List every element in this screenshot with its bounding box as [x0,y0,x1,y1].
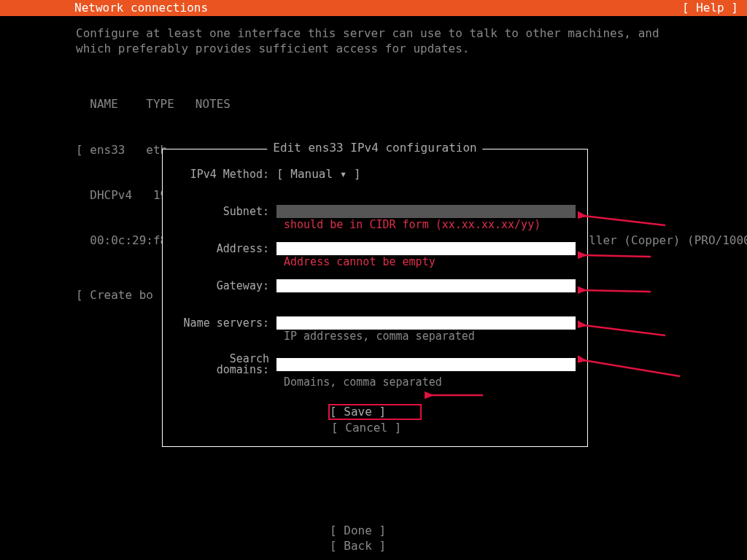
subnet-label: Subnet: [174,206,276,217]
address-hint: Address cannot be empty [284,257,576,268]
nameservers-input[interactable] [276,316,576,330]
arrow-searchdomains [578,354,687,384]
cancel-button[interactable]: [ Cancel ] [331,421,419,435]
svg-line-4 [584,360,680,376]
subnet-input[interactable] [276,205,576,218]
searchdomains-hint: Domains, comma separated [284,377,576,388]
edit-ipv4-dialog: Edit ens33 IPv4 configuration IPv4 Metho… [162,149,588,447]
intro-text: Configure at least one interface this se… [76,26,671,57]
gateway-input[interactable] [276,279,576,292]
nameservers-hint: IP addresses, comma separated [284,331,576,342]
gateway-label: Gateway: [174,281,276,292]
help-button[interactable]: [ Help ] [682,2,738,14]
done-button[interactable]: [ Done ] [330,524,417,539]
ipv4-method-select[interactable]: [ Manual ▾ ] [276,168,361,180]
nameservers-label: Name servers: [174,318,276,329]
save-button[interactable]: [ Save ] [328,404,422,420]
arrow-nameservers [578,319,673,341]
page-title: Network connections [74,2,208,14]
address-input[interactable] [276,242,576,255]
dialog-title: Edit ens33 IPv4 configuration [267,142,482,154]
iface-columns: NAME TYPE NOTES [76,97,671,112]
searchdomains-input[interactable] [276,358,576,371]
address-label: Address: [174,244,276,254]
searchdomains-label: Search domains: [174,354,276,376]
footer: [ Done ] [ Back ] [0,524,747,554]
back-button[interactable]: [ Back ] [330,539,417,554]
svg-line-3 [584,325,665,335]
method-label: IPv4 Method: [174,169,276,180]
subnet-hint: should be in CIDR form (xx.xx.xx.xx/yy) [284,219,576,230]
title-bar: Network connections [ Help ] [0,0,747,16]
